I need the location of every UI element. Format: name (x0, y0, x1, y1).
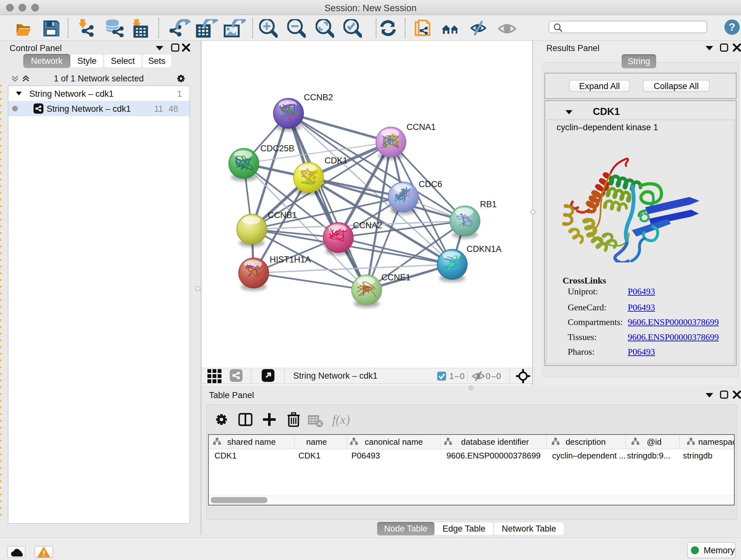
svg-text:?: ? (729, 21, 736, 33)
svg-text:HIST1H1A: HIST1H1A (270, 255, 311, 264)
svg-text:CDK1: CDK1 (325, 156, 347, 165)
svg-text:CDKN1A: CDKN1A (467, 244, 502, 254)
svg-text:CCNB2: CCNB2 (304, 92, 333, 102)
svg-text:CCNE1: CCNE1 (381, 273, 411, 282)
svg-text:CCNA2: CCNA2 (353, 221, 382, 230)
svg-text:CCNA1: CCNA1 (407, 122, 436, 132)
svg-text:RB1: RB1 (480, 199, 497, 209)
svg-text:CDC6: CDC6 (419, 179, 442, 189)
svg-text:CCNB1: CCNB1 (268, 210, 297, 220)
svg-text:CDC25B: CDC25B (260, 144, 294, 153)
